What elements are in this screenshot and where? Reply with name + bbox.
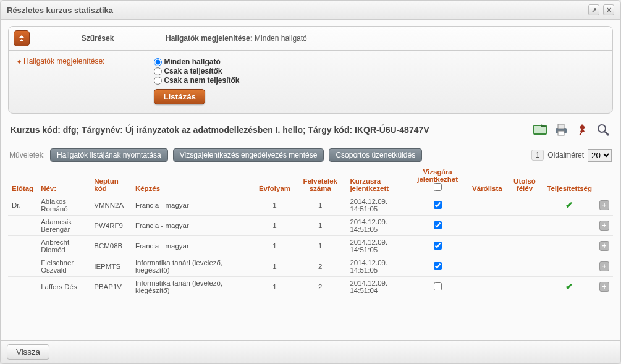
cell-year: 1 <box>255 236 294 256</box>
cell-program: Informatika tanári (levelező, kiegészítő… <box>132 277 255 296</box>
cell-enroll: 2 <box>294 277 346 296</box>
filter-header: Szűrések Hallgatók megjelenítése: Minden… <box>9 27 612 50</box>
table-scroll[interactable]: Előtag Név: Neptun kód Képzés Évfolyam F… <box>8 166 613 295</box>
filter-summary-label: Hallgatók megjelenítése: <box>166 34 253 43</box>
checkmark-icon: ✔ <box>565 200 573 210</box>
col-regdate[interactable]: Kurzusra jelentkezett <box>346 166 407 195</box>
row-actions-button[interactable]: + <box>599 221 609 231</box>
radio-all-students[interactable] <box>154 58 162 66</box>
collapse-filter-button[interactable] <box>14 30 30 46</box>
cell-prefix: Dr. <box>8 195 37 216</box>
row-actions-button[interactable]: + <box>599 282 609 292</box>
cell-done <box>543 216 596 236</box>
col-program[interactable]: Képzés <box>132 166 255 195</box>
col-last[interactable]: Utolsó félév <box>506 166 544 195</box>
cell-done: ✔ <box>543 195 596 216</box>
svg-line-5 <box>580 132 582 135</box>
list-button[interactable]: Listázás <box>154 89 205 104</box>
group-message-button[interactable]: Csoportos üzenetküldés <box>329 148 422 162</box>
exam-checkbox[interactable] <box>434 201 442 209</box>
row-actions-button[interactable]: + <box>599 261 609 271</box>
cell-date: 2014.12.09. 14:51:05 <box>346 195 407 216</box>
col-prefix[interactable]: Előtag <box>8 166 37 195</box>
cell-year: 1 <box>255 256 294 277</box>
cell-prefix <box>8 236 37 256</box>
cell-name: Ablakos Románó <box>37 195 90 216</box>
pin-icon[interactable] <box>575 122 589 137</box>
table-row[interactable]: Laffers DésPBAP1VInformatika tanári (lev… <box>8 277 613 296</box>
cell-prefix <box>8 277 37 296</box>
radio-notcompleted-students[interactable] <box>154 77 162 85</box>
cell-last <box>506 256 544 277</box>
cell-name: Fleischner Oszvald <box>37 256 90 277</box>
cell-wait <box>468 236 506 256</box>
exam-checkbox[interactable] <box>434 262 442 270</box>
page-size-label: Oldalméret <box>547 151 584 159</box>
cell-neptun: PBAP1V <box>90 277 132 296</box>
cell-wait <box>468 216 506 236</box>
cell-exam <box>407 236 468 256</box>
exam-checkbox[interactable] <box>434 282 442 290</box>
cell-program: Francia - magyar <box>132 195 255 216</box>
cell-date: 2014.12.09. 14:51:04 <box>346 277 407 296</box>
print-students-button[interactable]: Hallgatók listájának nyomtatása <box>50 148 168 162</box>
checkmark-icon: ✔ <box>565 281 573 292</box>
cell-done <box>543 256 596 277</box>
col-year[interactable]: Évfolyam <box>255 166 294 195</box>
excel-export-icon[interactable] <box>533 122 547 137</box>
col-name[interactable]: Név: <box>37 166 90 195</box>
col-enroll[interactable]: Felvételek száma <box>294 166 346 195</box>
operations-bar: Műveletek: Hallgatók listájának nyomtatá… <box>8 146 613 166</box>
course-info-line: Kurzus kód: dfg; Tárgynév: Új irányzatok… <box>8 117 613 146</box>
external-link-icon[interactable]: ↗ <box>588 4 599 15</box>
row-actions-button[interactable]: + <box>599 241 609 251</box>
dialog-controls: ↗ ✕ <box>588 4 614 15</box>
cell-actions: + <box>596 216 613 236</box>
table-row[interactable]: Anbrecht DiomédBCM08BFrancia - magyar112… <box>8 236 613 256</box>
exam-checkbox[interactable] <box>434 221 442 229</box>
col-neptun[interactable]: Neptun kód <box>90 166 132 195</box>
table-row[interactable]: Adamcsik BerengárPW4RF9Francia - magyar1… <box>8 216 613 236</box>
cell-name: Laffers Dés <box>37 277 90 296</box>
col-wait[interactable]: Várólista <box>468 166 506 195</box>
svg-rect-4 <box>558 131 564 135</box>
table-row[interactable]: Dr.Ablakos RománóVMNN2AFrancia - magyar1… <box>8 195 613 216</box>
cell-program: Francia - magyar <box>132 236 255 256</box>
cell-actions: + <box>596 236 613 256</box>
cell-prefix <box>8 256 37 277</box>
save-exam-permission-button[interactable]: Vizsgajelentkezés engedélyezés mentése <box>173 148 324 162</box>
col-actions <box>596 166 613 195</box>
search-icon[interactable] <box>596 122 610 137</box>
page-size-select[interactable]: 20 <box>588 149 612 162</box>
radio-all-students-label: Minden hallgató <box>164 57 220 66</box>
col-exam[interactable]: Vizsgára jelentkezhet <box>407 166 468 195</box>
radio-completed-label: Csak a teljesítők <box>164 67 222 75</box>
cell-actions: + <box>596 256 613 277</box>
table-row[interactable]: Fleischner OszvaldIEPMTSInformatika taná… <box>8 256 613 277</box>
cell-year: 1 <box>255 277 294 296</box>
col-exam-label: Vizsgára jelentkezhet <box>410 168 465 183</box>
cell-neptun: BCM08B <box>90 236 132 256</box>
cell-program: Francia - magyar <box>132 216 255 236</box>
toolbar-icons <box>533 122 610 137</box>
svg-rect-3 <box>558 124 564 129</box>
cell-date: 2014.12.09. 14:51:05 <box>346 216 407 236</box>
col-exam-select-all[interactable] <box>434 183 442 191</box>
close-icon[interactable]: ✕ <box>603 4 614 15</box>
exam-checkbox[interactable] <box>434 242 442 250</box>
dialog-footer: Vissza <box>1 340 620 363</box>
svg-rect-1 <box>534 126 546 133</box>
print-icon[interactable] <box>554 122 568 137</box>
cell-last <box>506 236 544 256</box>
cell-enroll: 1 <box>294 236 346 256</box>
col-done[interactable]: Teljesítettség <box>543 166 596 195</box>
back-button[interactable]: Vissza <box>7 344 49 360</box>
cell-date: 2014.12.09. 14:51:05 <box>346 236 407 256</box>
filter-summary-value: Minden hallgató <box>255 34 307 43</box>
radio-completed-students[interactable] <box>154 67 162 75</box>
cell-exam <box>407 216 468 236</box>
row-actions-button[interactable]: + <box>599 200 609 210</box>
cell-done: ✔ <box>543 277 596 296</box>
cell-done <box>543 236 596 256</box>
filter-options: Minden hallgató Csak a teljesítők Csak a… <box>154 57 239 104</box>
